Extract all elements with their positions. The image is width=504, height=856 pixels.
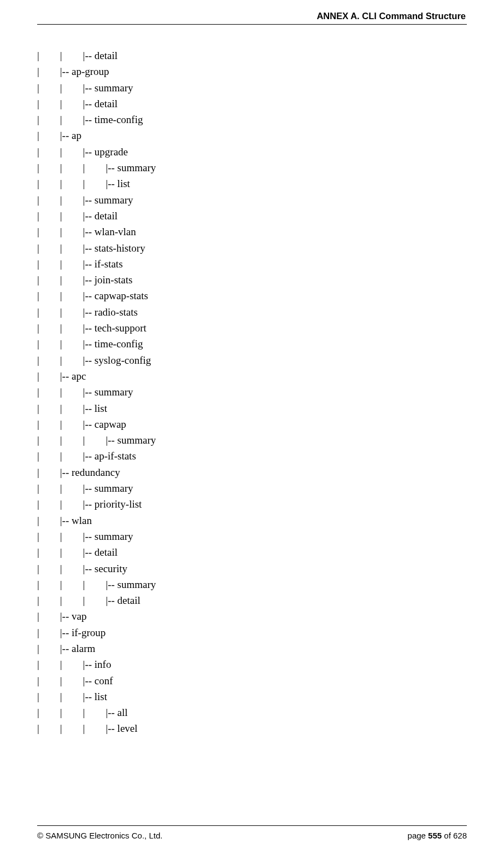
page-prefix: page: [408, 831, 429, 840]
cli-tree-content: | | |-- detail | |-- ap-group | | |-- su…: [37, 48, 156, 737]
footer-page-number: page 555 of 628: [408, 831, 467, 840]
footer-divider: [37, 825, 467, 826]
page-header: ANNEX A. CLI Command Structure: [317, 11, 466, 21]
footer-copyright: © SAMSUNG Electronics Co., Ltd.: [37, 831, 162, 840]
header-divider: [37, 24, 467, 25]
page-suffix: of 628: [442, 831, 467, 840]
page-current: 555: [428, 831, 442, 840]
